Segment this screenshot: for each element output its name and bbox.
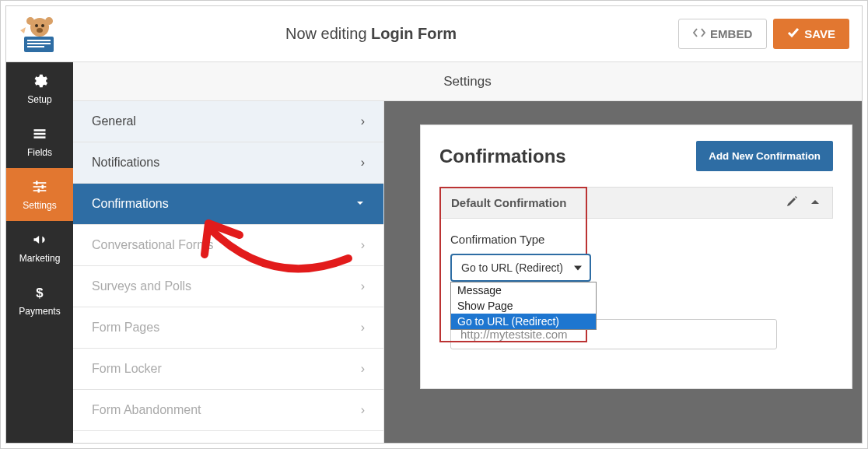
sidebar-item-settings[interactable]: Settings [6,168,73,221]
bullhorn-icon [31,231,48,248]
sidebar: Setup Fields Settings Marketing $ Paymen… [6,62,73,443]
form-name: Login Form [371,25,457,42]
svg-point-8 [41,24,44,27]
svg-point-7 [35,24,38,27]
chevron-right-icon: › [361,403,365,417]
svg-text:$: $ [36,286,44,300]
svg-rect-3 [27,46,44,47]
sidebar-item-payments[interactable]: $ Payments [6,274,73,327]
svg-rect-17 [42,185,44,189]
sliders-icon [31,178,48,195]
svg-rect-2 [27,43,51,44]
svg-point-6 [45,17,53,25]
chevron-right-icon: › [361,114,365,128]
page-title: Now editing Login Form [70,25,672,43]
sidebar-item-marketing[interactable]: Marketing [6,221,73,274]
svg-point-9 [37,28,43,33]
confirmation-type-dropdown: Message Show Page Go to URL (Redirect) [450,282,597,330]
chevron-right-icon: › [361,321,365,335]
sidebar-item-fields[interactable]: Fields [6,115,73,168]
menu-label: Form Pages [92,321,159,335]
sidebar-label: Setup [27,94,51,105]
menu-item-surveys-polls[interactable]: Surveys and Polls › [73,266,383,307]
pencil-icon[interactable] [786,195,798,210]
confirmations-panel: Confirmations Add New Confirmation Defau… [420,125,852,389]
svg-rect-16 [36,181,38,185]
menu-label: Confirmations [92,197,169,211]
svg-rect-11 [34,133,46,135]
menu-item-conversational-forms[interactable]: Conversational Forms › [73,225,383,266]
menu-label: Conversational Forms [92,238,214,252]
sidebar-label: Fields [27,147,52,158]
confirmation-type-label: Confirmation Type [450,233,833,246]
option-go-to-url[interactable]: Go to URL (Redirect) [451,314,596,329]
menu-item-confirmations[interactable]: Confirmations [73,184,383,225]
settings-menu: General › Notifications › Confirmations … [73,101,384,443]
option-message[interactable]: Message [451,282,596,298]
menu-item-form-pages[interactable]: Form Pages › [73,307,383,349]
confirmation-header[interactable]: Default Confirmation [439,187,833,219]
menu-item-notifications[interactable]: Notifications › [73,142,383,184]
check-icon [787,26,800,41]
menu-label: General [92,114,136,128]
chevron-right-icon: › [361,156,365,170]
menu-label: Form Locker [92,362,162,376]
sidebar-label: Payments [19,306,60,317]
menu-label: Notifications [92,156,159,170]
embed-button[interactable]: EMBED [678,19,767,49]
sidebar-item-setup[interactable]: Setup [6,62,73,115]
chevron-up-icon[interactable] [809,195,821,210]
sidebar-label: Marketing [19,253,61,264]
menu-item-form-abandonment[interactable]: Form Abandonment › [73,390,383,431]
option-show-page[interactable]: Show Page [451,298,596,314]
svg-rect-18 [38,189,40,193]
menu-label: Surveys and Polls [92,279,191,293]
save-button[interactable]: SAVE [773,19,849,49]
code-icon [693,27,705,40]
list-icon [31,125,48,142]
svg-rect-1 [27,40,51,41]
chevron-right-icon: › [361,238,365,252]
add-new-confirmation-button[interactable]: Add New Confirmation [696,141,833,171]
svg-point-5 [26,17,34,25]
chevron-down-icon [355,197,365,211]
dollar-icon: $ [31,284,48,301]
svg-rect-13 [33,182,47,184]
panel-title: Confirmations [439,146,566,167]
svg-rect-10 [34,129,46,132]
menu-item-general[interactable]: General › [73,101,383,142]
menu-label: Form Abandonment [92,403,201,417]
svg-rect-14 [33,186,47,188]
svg-rect-12 [34,136,46,139]
embed-label: EMBED [710,27,752,40]
confirmation-type-select[interactable]: Go to URL (Redirect) [450,254,591,282]
app-logo [12,15,64,54]
settings-header: Settings [73,62,862,101]
sidebar-label: Settings [23,200,56,211]
confirmation-name: Default Confirmation [451,196,566,209]
gear-icon [31,72,48,89]
editing-prefix: Now editing [285,25,371,42]
chevron-right-icon: › [361,362,365,376]
chevron-right-icon: › [361,279,365,293]
menu-item-form-locker[interactable]: Form Locker › [73,349,383,390]
save-label: SAVE [804,27,835,40]
